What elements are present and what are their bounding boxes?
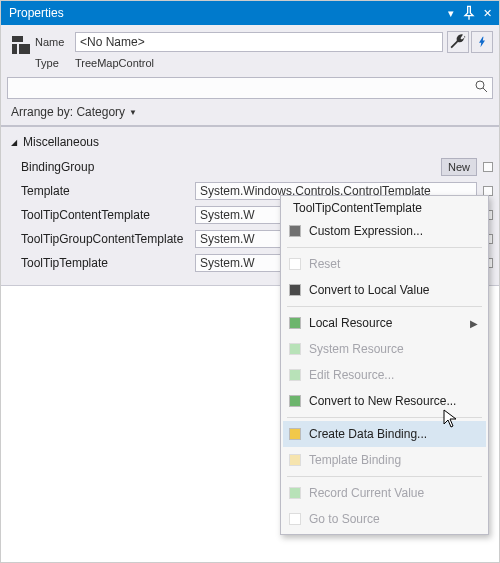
color-swatch-icon — [289, 487, 301, 499]
name-input[interactable] — [75, 32, 443, 52]
menu-item[interactable]: Create Data Binding... — [283, 421, 486, 447]
menu-item-label: Create Data Binding... — [309, 427, 427, 441]
panel-title: Properties — [9, 6, 441, 20]
color-swatch-icon — [289, 258, 301, 270]
expand-icon: ◢ — [11, 138, 17, 147]
color-swatch-icon — [289, 343, 301, 355]
svg-point-3 — [476, 81, 484, 89]
menu-item[interactable]: Convert to Local Value — [283, 277, 486, 303]
menu-item-label: Template Binding — [309, 453, 401, 467]
close-icon[interactable]: ✕ — [479, 5, 495, 21]
submenu-arrow-icon: ▶ — [470, 318, 478, 329]
color-swatch-icon — [289, 225, 301, 237]
property-row: BindingGroup New — [7, 155, 497, 179]
prop-label: ToolTipTemplate — [7, 256, 195, 270]
menu-item[interactable]: Custom Expression... — [283, 218, 486, 244]
svg-rect-2 — [19, 44, 30, 54]
svg-rect-0 — [12, 36, 23, 42]
menu-item-label: Edit Resource... — [309, 368, 394, 382]
object-type-icon — [7, 31, 35, 73]
wrench-button[interactable] — [447, 31, 469, 53]
events-button[interactable] — [471, 31, 493, 53]
color-swatch-icon — [289, 317, 301, 329]
menu-item-label: Reset — [309, 257, 340, 271]
pin-icon[interactable] — [461, 5, 477, 21]
prop-label: BindingGroup — [7, 160, 195, 174]
color-swatch-icon — [289, 428, 301, 440]
menu-item-label: Convert to New Resource... — [309, 394, 456, 408]
menu-item-label: Record Current Value — [309, 486, 424, 500]
menu-item: Record Current Value — [283, 480, 486, 506]
menu-item: Reset — [283, 251, 486, 277]
menu-item: Go to Source — [283, 506, 486, 532]
menu-item-label: Convert to Local Value — [309, 283, 430, 297]
caret-down-icon: ▼ — [129, 108, 137, 117]
panel-titlebar: Properties ▾ ✕ — [1, 1, 499, 25]
color-swatch-icon — [289, 369, 301, 381]
category-header[interactable]: ◢ Miscellaneous — [7, 135, 497, 149]
menu-item[interactable]: Convert to New Resource... — [283, 388, 486, 414]
menu-item[interactable]: Local Resource▶ — [283, 310, 486, 336]
prop-label: Template — [7, 184, 195, 198]
context-menu: ToolTipContentTemplate Custom Expression… — [280, 195, 489, 535]
search-icon — [475, 79, 488, 97]
menu-item-label: Local Resource — [309, 316, 392, 330]
prop-label: ToolTipGroupContentTemplate — [7, 232, 195, 246]
menu-item: Template Binding — [283, 447, 486, 473]
svg-rect-1 — [12, 44, 17, 54]
type-label: Type — [35, 57, 75, 69]
property-marker[interactable] — [483, 162, 493, 172]
color-swatch-icon — [289, 395, 301, 407]
type-value: TreeMapControl — [75, 57, 154, 69]
menu-item-label: Go to Source — [309, 512, 380, 526]
arrange-by[interactable]: Arrange by: Category ▼ — [1, 103, 499, 127]
color-swatch-icon — [289, 513, 301, 525]
color-swatch-icon — [289, 454, 301, 466]
menu-title: ToolTipContentTemplate — [283, 198, 486, 218]
menu-item: System Resource — [283, 336, 486, 362]
color-swatch-icon — [289, 284, 301, 296]
dropdown-icon[interactable]: ▾ — [443, 5, 459, 21]
search-input[interactable] — [7, 77, 493, 99]
menu-item-label: System Resource — [309, 342, 404, 356]
name-label: Name — [35, 36, 75, 48]
menu-item: Edit Resource... — [283, 362, 486, 388]
menu-item-label: Custom Expression... — [309, 224, 423, 238]
prop-label: ToolTipContentTemplate — [7, 208, 195, 222]
svg-line-4 — [483, 88, 487, 92]
new-button[interactable]: New — [441, 158, 477, 176]
